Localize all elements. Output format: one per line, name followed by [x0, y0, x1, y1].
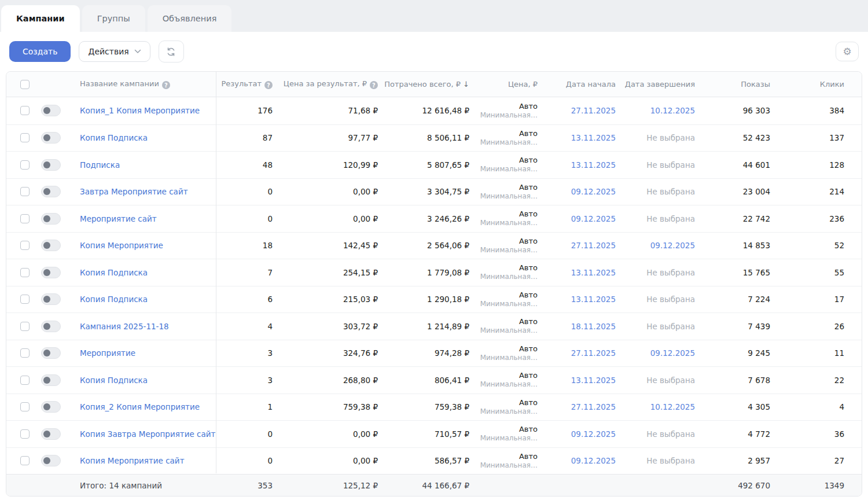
date-end-cell[interactable]: Не выбрана	[616, 268, 695, 277]
row-checkbox[interactable]	[20, 376, 30, 385]
date-end-cell[interactable]: Не выбрана	[616, 160, 695, 170]
date-start-cell[interactable]: 09.12.2025	[538, 187, 616, 196]
row-checkbox[interactable]	[20, 456, 30, 465]
campaign-name-link[interactable]: Копия_2 Копия Мероприятие	[80, 402, 200, 411]
date-end-cell[interactable]: Не выбрана	[616, 376, 695, 385]
campaign-name-link[interactable]: Мероприятие	[80, 348, 135, 358]
date-start-cell[interactable]: 27.11.2025	[538, 402, 616, 411]
sort-desc-icon[interactable]: ↓	[463, 80, 469, 89]
status-toggle[interactable]	[41, 213, 61, 225]
date-end-cell[interactable]: Не выбрана	[616, 322, 695, 331]
date-end-cell[interactable]: 10.12.2025	[616, 402, 695, 411]
tab-ads[interactable]: Объявления	[148, 5, 232, 32]
date-end-cell[interactable]: Не выбрана	[616, 429, 695, 439]
clicks-cell: 55	[770, 268, 862, 277]
price-cell: АвтоМинимальная…	[469, 129, 538, 147]
row-checkbox[interactable]	[20, 214, 30, 223]
campaign-name-link[interactable]: Мероприятие сайт	[80, 214, 157, 223]
help-icon[interactable]: ?	[264, 81, 273, 89]
date-end-cell[interactable]: Не выбрана	[616, 295, 695, 304]
cost-per-result-cell: 0,00 ₽	[273, 187, 378, 196]
date-start-cell[interactable]: 13.11.2025	[538, 160, 616, 170]
header-shows[interactable]: Показы	[695, 80, 770, 89]
campaign-name-link[interactable]: Копия Подписка	[80, 133, 148, 142]
table-settings-button[interactable]: ⚙	[836, 42, 859, 61]
header-date-end[interactable]: Дата завершения	[616, 80, 695, 89]
date-end-cell[interactable]: 09.12.2025	[616, 348, 695, 358]
status-toggle[interactable]	[41, 293, 61, 305]
row-checkbox[interactable]	[20, 402, 30, 411]
header-result[interactable]: Результат?	[216, 79, 273, 90]
date-end-cell[interactable]: Не выбрана	[616, 187, 695, 196]
status-toggle[interactable]	[41, 186, 61, 197]
header-cost-per-result[interactable]: Цена за результат, ₽?	[273, 79, 378, 90]
status-toggle[interactable]	[41, 159, 61, 171]
row-checkbox[interactable]	[20, 106, 30, 115]
status-toggle[interactable]	[41, 321, 61, 332]
status-toggle[interactable]	[41, 240, 61, 251]
campaign-name-link[interactable]: Копия Мероприятие	[80, 241, 163, 250]
tab-campaigns[interactable]: Кампании	[1, 5, 80, 32]
create-button[interactable]: Создать	[9, 41, 71, 62]
campaign-name-link[interactable]: Копия Мероприятие сайт	[80, 456, 185, 465]
help-icon[interactable]: ?	[162, 81, 170, 89]
help-icon[interactable]: ?	[370, 81, 378, 89]
campaign-name-link[interactable]: Копия_1 Копия Мероприятие	[80, 106, 200, 115]
row-checkbox[interactable]	[20, 268, 30, 277]
tab-groups[interactable]: Группы	[82, 5, 145, 32]
status-toggle[interactable]	[41, 267, 61, 278]
date-start-cell[interactable]: 09.12.2025	[538, 214, 616, 223]
campaign-name-link[interactable]: Завтра Мероприятие сайт	[80, 187, 188, 196]
campaign-name-cell: Завтра Мероприятие сайт	[65, 187, 216, 196]
campaign-name-link[interactable]: Копия Подписка	[80, 295, 148, 304]
date-end-cell[interactable]: 09.12.2025	[616, 241, 695, 250]
date-end-cell[interactable]: Не выбрана	[616, 456, 695, 465]
status-toggle[interactable]	[41, 132, 61, 144]
cost-per-result-cell: 303,72 ₽	[273, 322, 378, 331]
actions-button[interactable]: Действия	[79, 41, 150, 62]
row-checkbox[interactable]	[20, 429, 30, 439]
date-start-cell[interactable]: 09.12.2025	[538, 429, 616, 439]
campaign-name-link[interactable]: Копия Подписка	[80, 376, 148, 385]
date-start-cell[interactable]: 27.11.2025	[538, 241, 616, 250]
status-toggle[interactable]	[41, 401, 61, 413]
campaign-name-link[interactable]: Копия Подписка	[80, 268, 148, 277]
header-date-start[interactable]: Дата начала	[538, 80, 616, 89]
status-toggle[interactable]	[41, 105, 61, 116]
campaign-name-link[interactable]: Кампания 2025-11-18	[80, 322, 169, 331]
row-checkbox[interactable]	[20, 322, 30, 331]
date-end-cell[interactable]: Не выбрана	[616, 214, 695, 223]
header-clicks[interactable]: Клики	[770, 80, 862, 89]
campaign-name-link[interactable]: Подписка	[80, 160, 120, 170]
date-start-cell[interactable]: 13.11.2025	[538, 295, 616, 304]
date-start-cell[interactable]: 13.11.2025	[538, 268, 616, 277]
date-start-cell[interactable]: 27.11.2025	[538, 106, 616, 115]
date-start-cell[interactable]: 18.11.2025	[538, 322, 616, 331]
row-checkbox-cell	[6, 348, 33, 358]
campaign-name-link[interactable]: Копия Завтра Мероприятие сайт	[80, 429, 215, 439]
refresh-button[interactable]	[159, 41, 184, 62]
date-start-cell[interactable]: 27.11.2025	[538, 348, 616, 358]
status-toggle[interactable]	[41, 455, 61, 466]
price-strategy-detail: Минимальная…	[469, 192, 538, 201]
select-all-checkbox[interactable]	[20, 80, 30, 89]
header-campaign-name[interactable]: Название кампании?	[65, 79, 216, 90]
date-end-cell[interactable]: Не выбрана	[616, 133, 695, 142]
status-toggle[interactable]	[41, 374, 61, 386]
status-toggle[interactable]	[41, 428, 61, 440]
campaign-name-cell: Копия_2 Копия Мероприятие	[65, 402, 216, 411]
clicks-cell: 11	[770, 348, 862, 358]
status-toggle[interactable]	[41, 347, 61, 359]
date-start-cell[interactable]: 13.11.2025	[538, 376, 616, 385]
date-start-cell[interactable]: 13.11.2025	[538, 133, 616, 142]
row-checkbox[interactable]	[20, 241, 30, 250]
date-start-cell[interactable]: 09.12.2025	[538, 456, 616, 465]
row-checkbox[interactable]	[20, 133, 30, 142]
row-checkbox[interactable]	[20, 295, 30, 304]
header-spent-total[interactable]: Потрачено всего, ₽↓	[378, 80, 469, 89]
header-price[interactable]: Цена, ₽	[469, 80, 538, 89]
row-checkbox[interactable]	[20, 160, 30, 170]
date-end-cell[interactable]: 10.12.2025	[616, 106, 695, 115]
row-checkbox[interactable]	[20, 187, 30, 196]
row-checkbox[interactable]	[20, 348, 30, 358]
